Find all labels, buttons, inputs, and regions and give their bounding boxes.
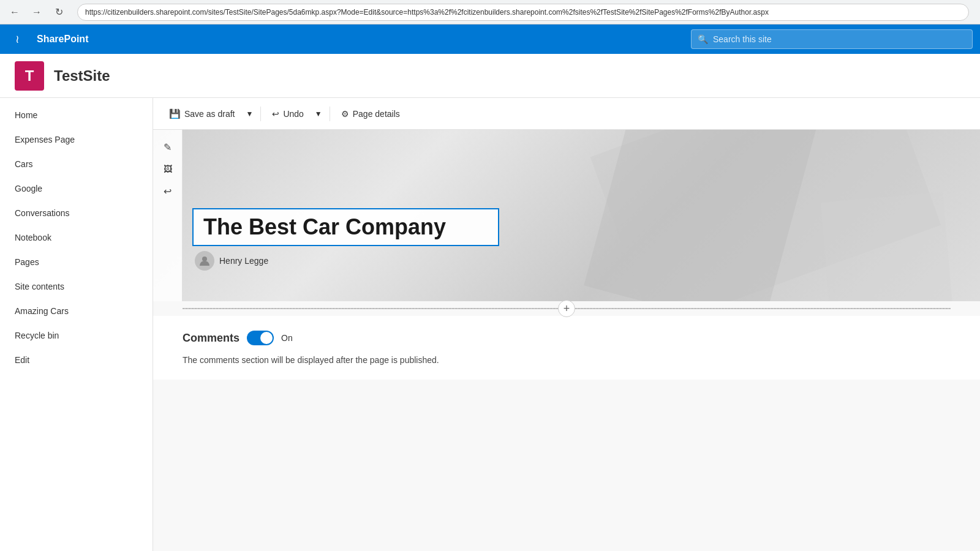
author-avatar (195, 251, 214, 271)
add-icon: + (564, 302, 570, 315)
change-image-button[interactable]: 🖼 (158, 159, 178, 179)
hero-section: ✎ 🖼 ↩ (153, 130, 980, 301)
comments-toggle[interactable] (247, 331, 274, 345)
sidebar-label-edit: Edit (15, 355, 29, 365)
save-icon: 💾 (169, 108, 181, 119)
sidebar: Home Expenses Page Cars Google Conversat… (0, 98, 153, 551)
sidebar-item-conversations[interactable]: Conversations (0, 201, 153, 225)
sidebar-label-site-contents: Site contents (15, 282, 64, 291)
sidebar-item-recycle-bin[interactable]: Recycle bin (0, 323, 153, 348)
sidebar-label-cars: Cars (15, 159, 33, 169)
sidebar-item-cars[interactable]: Cars (0, 152, 153, 176)
page-details-button[interactable]: ⚙ Page details (335, 105, 406, 122)
sidebar-label-home: Home (15, 110, 37, 120)
toggle-thumb (260, 332, 273, 344)
page-editor: ✎ 🖼 ↩ (153, 130, 980, 551)
sidebar-label-amazing-cars: Amazing Cars (15, 306, 69, 316)
edit-hero-button[interactable]: ✎ (158, 137, 178, 157)
author-name: Henry Legge (219, 256, 268, 266)
comments-section: Comments On The comments section will be… (153, 316, 980, 380)
save-draft-label: Save as draft (184, 109, 235, 119)
sidebar-label-recycle-bin: Recycle bin (15, 331, 59, 340)
search-bar[interactable]: 🔍 Search this site (691, 29, 973, 49)
reset-hero-button[interactable]: ↩ (158, 181, 178, 201)
sidebar-item-expenses[interactable]: Expenses Page (0, 127, 153, 152)
undo-label: Undo (283, 109, 303, 119)
site-icon[interactable]: T (15, 61, 44, 91)
undo-dropdown[interactable]: ▼ (312, 106, 325, 122)
sidebar-label-conversations: Conversations (15, 208, 70, 218)
sharepoint-logo[interactable]: SharePoint (37, 34, 88, 45)
forward-button[interactable]: → (28, 4, 45, 21)
undo-button[interactable]: ↩ Undo (266, 105, 309, 122)
site-title[interactable]: TestSite (54, 67, 110, 84)
sidebar-item-edit[interactable]: Edit (0, 348, 153, 372)
sidebar-item-home[interactable]: Home (0, 103, 153, 127)
refresh-button[interactable]: ↻ (50, 4, 67, 21)
section-divider: + (183, 301, 951, 316)
undo-icon: ↩ (272, 109, 279, 119)
gear-icon: ⚙ (341, 109, 349, 119)
content-area: 💾 Save as draft ▼ ↩ Undo ▼ ⚙ Page detail… (153, 98, 980, 551)
svg-point-0 (202, 257, 207, 261)
sidebar-label-pages: Pages (15, 257, 39, 267)
comments-info: The comments section will be displayed a… (183, 355, 951, 365)
url-text: https://citizenbuilders.sharepoint.com/s… (85, 8, 769, 17)
toggle-on-label: On (281, 333, 293, 343)
toolbar-separator-1 (260, 107, 261, 121)
search-placeholder: Search this site (713, 34, 772, 44)
image-icon: 🖼 (164, 164, 172, 174)
browser-chrome: ← → ↻ https://citizenbuilders.sharepoint… (0, 0, 980, 24)
back-button[interactable]: ← (6, 4, 23, 21)
address-bar[interactable]: https://citizenbuilders.sharepoint.com/s… (77, 4, 969, 21)
save-draft-dropdown[interactable]: ▼ (244, 106, 256, 122)
hero-bg-shape-3 (820, 192, 956, 301)
main-layout: Home Expenses Page Cars Google Conversat… (0, 98, 980, 551)
toolbar: 💾 Save as draft ▼ ↩ Undo ▼ ⚙ Page detail… (153, 98, 980, 130)
page-title-input[interactable] (192, 208, 499, 246)
sidebar-label-google: Google (15, 184, 42, 193)
sidebar-item-notebook[interactable]: Notebook (0, 225, 153, 250)
toggle-track (247, 331, 274, 345)
page-details-label: Page details (353, 109, 400, 119)
toolbar-separator-2 (330, 107, 330, 121)
sidebar-item-google[interactable]: Google (0, 176, 153, 201)
sidebar-item-pages[interactable]: Pages (0, 250, 153, 274)
pencil-icon: ✎ (164, 141, 172, 153)
site-header: T TestSite (0, 54, 980, 98)
sharepoint-topbar: ≀ SharePoint 🔍 Search this site (0, 24, 980, 54)
hero-controls: ✎ 🖼 ↩ (153, 130, 183, 301)
author-row: Henry Legge (192, 251, 499, 271)
add-section-button[interactable]: + (558, 300, 575, 317)
sidebar-item-amazing-cars[interactable]: Amazing Cars (0, 299, 153, 323)
search-icon: 🔍 (698, 34, 708, 44)
comments-header: Comments On (183, 331, 951, 345)
sidebar-label-expenses: Expenses Page (15, 135, 75, 144)
reset-icon: ↩ (164, 186, 172, 197)
sidebar-item-site-contents[interactable]: Site contents (0, 274, 153, 299)
save-draft-button[interactable]: 💾 Save as draft (163, 105, 241, 123)
hero-content: Henry Legge (192, 208, 499, 271)
waffle-button[interactable]: ≀ (7, 29, 27, 49)
comments-label: Comments (183, 332, 239, 345)
sidebar-label-notebook: Notebook (15, 233, 51, 242)
